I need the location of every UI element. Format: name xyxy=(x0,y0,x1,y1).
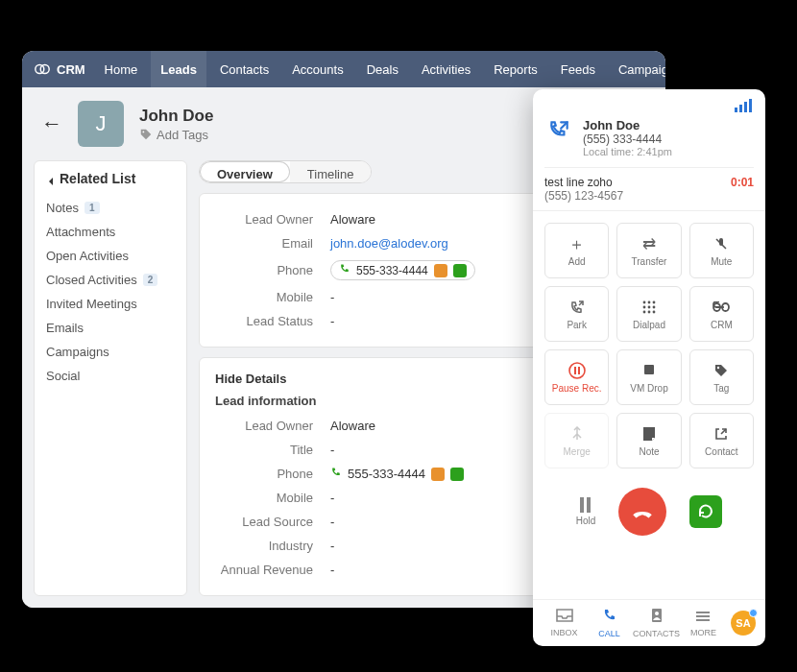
value-email[interactable]: john.doe@alodev.org xyxy=(330,236,448,251)
value-phone: 555-333-4444 xyxy=(330,260,475,280)
sidebar-item-campaigns[interactable]: Campaigns xyxy=(46,340,175,364)
park-icon xyxy=(569,298,585,317)
add-button[interactable]: ＋Add xyxy=(544,223,609,278)
nav-campaigns[interactable]: Campaigns xyxy=(609,51,665,87)
contact-button[interactable]: Contact xyxy=(689,413,754,468)
voicemail-icon xyxy=(641,361,657,380)
svg-point-12 xyxy=(653,311,656,314)
nav-deals[interactable]: Deals xyxy=(357,51,408,87)
chevron-left-icon[interactable] xyxy=(46,174,56,183)
crm-logo-icon xyxy=(34,60,51,78)
svg-rect-17 xyxy=(574,367,576,374)
refresh-button[interactable] xyxy=(689,495,722,528)
caller-row: John Doe (555) 333-4444 Local time: 2:41… xyxy=(544,112,754,168)
tab-timeline[interactable]: Timeline xyxy=(290,161,372,182)
svg-rect-19 xyxy=(644,365,654,374)
park-button[interactable]: Park xyxy=(544,286,609,342)
hangup-icon xyxy=(630,499,655,524)
note-icon xyxy=(642,424,656,444)
footer-tab-call[interactable]: CALL xyxy=(588,608,631,638)
label-lead-owner: Lead Owner xyxy=(215,212,330,227)
svg-point-20 xyxy=(717,367,719,369)
svg-point-6 xyxy=(653,301,656,304)
crm-brand-text: CRM xyxy=(57,62,85,77)
footer-tab-inbox[interactable]: INBOX xyxy=(543,609,586,637)
sidebar-item-attachments[interactable]: Attachments xyxy=(46,220,175,244)
pause-rec-button[interactable]: Pause Rec. xyxy=(544,349,609,405)
svg-rect-18 xyxy=(578,367,580,374)
pause-rec-icon xyxy=(568,361,586,380)
svg-point-10 xyxy=(643,311,646,314)
caller-name: John Doe xyxy=(583,118,672,132)
value-mobile: - xyxy=(330,290,334,304)
sidebar-title: Related List xyxy=(46,171,175,186)
line-row: test line zoho (555) 123-4567 0:01 xyxy=(544,168,754,203)
sidebar-item-invited[interactable]: Invited Meetings xyxy=(46,292,175,316)
vm-drop-button[interactable]: VM Drop xyxy=(616,349,681,405)
plus-icon: ＋ xyxy=(568,234,585,253)
dialer-button-grid: ＋Add ⇄Transfer Mute Park Dialpad CRM Pau… xyxy=(533,211,765,480)
add-tags-button[interactable]: Add Tags xyxy=(139,128,213,142)
svg-point-5 xyxy=(648,301,651,304)
line-phone: (555) 123-4567 xyxy=(544,189,623,203)
phone-icon xyxy=(602,608,617,627)
phone-pill[interactable]: 555-333-4444 xyxy=(330,260,475,280)
menu-icon xyxy=(695,609,711,626)
nav-reports[interactable]: Reports xyxy=(484,51,547,87)
sidebar-item-emails[interactable]: Emails xyxy=(46,316,175,340)
nav-leads[interactable]: Leads xyxy=(151,51,206,87)
line-name: test line zoho xyxy=(544,176,623,189)
nav-feeds[interactable]: Feeds xyxy=(551,51,605,87)
svg-point-22 xyxy=(655,612,659,615)
lead-avatar: J xyxy=(78,101,124,147)
transfer-button[interactable]: ⇄Transfer xyxy=(616,223,681,278)
hangup-button[interactable] xyxy=(618,488,666,536)
hold-button[interactable]: Hold xyxy=(576,497,596,526)
phone-icon xyxy=(339,263,350,277)
footer-tab-contacts[interactable]: CONTACTS xyxy=(633,608,680,638)
pause-icon xyxy=(580,497,591,513)
agent-avatar[interactable]: SA xyxy=(731,611,756,636)
sidebar-item-open-activities[interactable]: Open Activities xyxy=(46,244,175,268)
caller-phone: (555) 333-4444 xyxy=(583,132,672,146)
sidebar-item-closed-activities[interactable]: Closed Activities 2 xyxy=(46,268,175,292)
footer-tab-more[interactable]: MORE xyxy=(682,609,725,637)
phone-badge-orange xyxy=(431,468,445,481)
svg-point-8 xyxy=(648,306,651,309)
dialpad-button[interactable]: Dialpad xyxy=(616,286,681,342)
mute-button[interactable]: Mute xyxy=(689,223,754,278)
label-mobile: Mobile xyxy=(215,290,330,304)
crm-button[interactable]: CRM xyxy=(689,286,754,342)
value-status: - xyxy=(330,314,334,328)
sidebar-item-notes[interactable]: Notes 1 xyxy=(46,196,175,220)
open-external-icon xyxy=(714,424,728,444)
refresh-icon xyxy=(697,503,714,520)
details-phone-value: 555-333-4444 xyxy=(330,467,464,481)
outgoing-call-icon xyxy=(544,118,573,157)
contacts-icon xyxy=(650,608,664,627)
sidebar-title-text: Related List xyxy=(60,171,135,186)
phone-icon xyxy=(330,467,342,481)
inbox-icon xyxy=(556,609,573,626)
merge-button[interactable]: Merge xyxy=(544,413,609,468)
tag-button[interactable]: Tag xyxy=(689,349,754,405)
nav-contacts[interactable]: Contacts xyxy=(210,51,278,87)
dialer-footer: INBOX CALL CONTACTS MORE SA xyxy=(533,599,765,646)
tab-overview[interactable]: Overview xyxy=(200,161,290,182)
label-email: Email xyxy=(215,236,330,251)
call-actions: Hold xyxy=(533,480,765,549)
nav-home[interactable]: Home xyxy=(95,51,148,87)
related-list-sidebar: Related List Notes 1 Attachments Open Ac… xyxy=(34,160,187,596)
crm-top-nav: CRM Home Leads Contacts Accounts Deals A… xyxy=(22,51,665,87)
note-button[interactable]: Note xyxy=(616,413,681,468)
nav-activities[interactable]: Activities xyxy=(412,51,480,87)
dialer-panel: John Doe (555) 333-4444 Local time: 2:41… xyxy=(533,89,765,646)
tag-icon xyxy=(139,128,153,141)
mute-icon xyxy=(713,234,729,253)
transfer-icon: ⇄ xyxy=(642,234,656,253)
svg-point-4 xyxy=(643,301,646,304)
svg-point-11 xyxy=(648,311,651,314)
nav-accounts[interactable]: Accounts xyxy=(282,51,352,87)
sidebar-item-social[interactable]: Social xyxy=(46,364,175,388)
back-arrow-icon[interactable]: ← xyxy=(41,111,62,136)
